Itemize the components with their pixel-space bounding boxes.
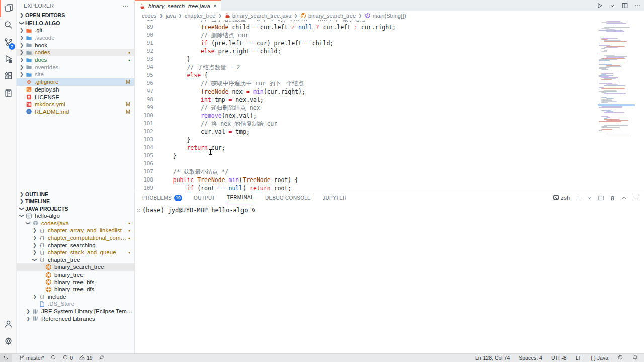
chevron-down-icon[interactable]: ❯ bbox=[19, 212, 24, 219]
file-overrides[interactable]: ❯overrides bbox=[17, 63, 134, 71]
jp-include[interactable]: ❯{}include bbox=[17, 293, 134, 301]
file-mkdocs-yml[interactable]: mkdocs.ymlM bbox=[17, 101, 134, 108]
timeline-section[interactable]: ❯ TIMELINE bbox=[17, 198, 134, 205]
activity-item-extensions[interactable] bbox=[0, 68, 17, 85]
jp-hello-algo[interactable]: ❯hello-algo bbox=[17, 212, 134, 220]
file-license[interactable]: LICENSE bbox=[17, 93, 134, 101]
breadcrumb-item-0[interactable]: codes bbox=[142, 13, 156, 19]
outline-section[interactable]: ❯ OUTLINE bbox=[17, 190, 134, 198]
chevron-right-icon[interactable]: ❯ bbox=[31, 228, 38, 233]
breadcrumb-item-5[interactable]: main(String[]) bbox=[365, 13, 406, 19]
status-sync[interactable] bbox=[48, 354, 59, 362]
activity-item-run-and-debug[interactable] bbox=[0, 51, 17, 68]
file--git[interactable]: ❯.git bbox=[17, 27, 134, 34]
panel-tab-problems[interactable]: PROBLEMS19 bbox=[142, 192, 182, 203]
status-branch[interactable]: master* bbox=[16, 354, 47, 362]
file-book[interactable]: ❯book bbox=[17, 41, 134, 49]
breadcrumb-item-2[interactable]: chapter_tree bbox=[185, 13, 216, 19]
jp-chapter-computational-complexity[interactable]: ❯{}chapter_computational_complexity● bbox=[17, 234, 134, 242]
jp-chapter-array-and-linkedlist[interactable]: ❯{}chapter_array_and_linkedlist● bbox=[17, 227, 134, 234]
open-editors-section[interactable]: ❯ OPEN EDITORS bbox=[17, 11, 134, 19]
close-icon[interactable]: × bbox=[213, 3, 217, 9]
new-terminal-icon[interactable] bbox=[575, 195, 581, 201]
file--gitignore[interactable]: .gitignoreM bbox=[17, 78, 134, 86]
breadcrumb-item-4[interactable]: binary_search_tree bbox=[300, 13, 356, 19]
status-language-mode[interactable]: { } Java bbox=[588, 354, 611, 362]
terminal[interactable]: (base) jyd@JYD-MBP hello-algo % bbox=[135, 206, 644, 353]
jp-binary-tree[interactable]: binary_tree bbox=[17, 271, 134, 279]
status-java-status[interactable] bbox=[96, 354, 107, 362]
chevron-right-icon[interactable]: ❯ bbox=[31, 243, 38, 248]
status-feedback[interactable] bbox=[615, 354, 626, 362]
kill-terminal-icon[interactable] bbox=[609, 195, 616, 201]
terminal-dropdown-icon[interactable] bbox=[586, 195, 593, 201]
run-icon[interactable] bbox=[596, 2, 603, 9]
jp-binary-search-tree[interactable]: binary_search_tree bbox=[17, 263, 134, 271]
file-codes[interactable]: ❯codes● bbox=[17, 49, 134, 56]
panel-tab-terminal[interactable]: TERMINAL bbox=[227, 192, 254, 203]
maximize-panel-icon[interactable] bbox=[621, 195, 627, 201]
chevron-right-icon[interactable]: ❯ bbox=[31, 250, 38, 255]
terminal-shell-select[interactable]: zsh bbox=[553, 194, 570, 202]
jp-chapter-searching[interactable]: ❯{}chapter_searching bbox=[17, 241, 134, 249]
jp-binary-tree-dfs[interactable]: binary_tree_dfs bbox=[17, 286, 134, 293]
java-projects-section[interactable]: ❯ JAVA PROJECTS bbox=[17, 205, 134, 212]
status-errors[interactable]: 0 bbox=[60, 354, 75, 362]
chevron-down-icon[interactable]: ❯ bbox=[26, 220, 31, 227]
file-readme-md[interactable]: README.mdM bbox=[17, 108, 134, 116]
more-actions-icon[interactable] bbox=[634, 2, 641, 9]
code-token: null bbox=[298, 24, 312, 31]
jp-referenced-libraries[interactable]: ❯Referenced Libraries bbox=[17, 315, 134, 322]
workspace-root-section[interactable]: ❯ HELLO-ALGO bbox=[17, 19, 134, 27]
remote-indicator[interactable] bbox=[0, 354, 12, 362]
jp-jre-system-library-eclipse-temurin-17-17-[interactable]: ❯JRE System Library [Eclipse Temurin 17 … bbox=[17, 308, 134, 315]
activity-item-explorer[interactable] bbox=[0, 0, 17, 17]
status-warnings[interactable]: 19 bbox=[76, 354, 95, 362]
minimap[interactable] bbox=[598, 20, 635, 192]
breadcrumb-item-1[interactable]: java bbox=[166, 13, 176, 19]
chevron-right-icon[interactable]: ❯ bbox=[25, 309, 32, 314]
chevron-right-icon[interactable]: ❯ bbox=[18, 50, 25, 55]
jp-chapter-tree[interactable]: ❯{}chapter_tree bbox=[17, 256, 134, 264]
breadcrumb-item-3[interactable]: binary_search_tree.java bbox=[224, 13, 291, 19]
activity-item-accounts[interactable] bbox=[0, 316, 17, 333]
activity-item-notebook[interactable] bbox=[0, 85, 17, 103]
jp-chapter-stack-and-queue[interactable]: ❯{}chapter_stack_and_queue● bbox=[17, 249, 134, 256]
jp-codes-java[interactable]: ❯codes/java● bbox=[17, 220, 134, 227]
status-eol[interactable]: LF bbox=[573, 354, 584, 362]
file-site[interactable]: ❯site bbox=[17, 71, 134, 78]
chevron-right-icon[interactable]: ❯ bbox=[31, 294, 38, 299]
chevron-right-icon[interactable]: ❯ bbox=[18, 72, 25, 77]
chevron-right-icon[interactable]: ❯ bbox=[18, 35, 25, 40]
status-indentation[interactable]: Spaces: 4 bbox=[516, 354, 545, 362]
close-panel-icon[interactable] bbox=[632, 195, 639, 201]
activity-item-source-control[interactable]: 7 bbox=[0, 34, 17, 51]
explorer-more-icon[interactable]: ⋯ bbox=[122, 2, 129, 10]
jp-binary-tree-bfs[interactable]: binary_tree_bfs bbox=[17, 278, 134, 286]
code-area[interactable]: 88 // 当子结点数量 = 0 / 1 时, child = null / 该… bbox=[135, 20, 644, 192]
chevron-right-icon[interactable]: ❯ bbox=[18, 28, 25, 33]
panel-tab-output[interactable]: OUTPUT bbox=[194, 192, 215, 203]
panel-tab-jupyter[interactable]: JUPYTER bbox=[323, 192, 347, 203]
status-encoding[interactable]: UTF-8 bbox=[549, 354, 569, 362]
panel-tab-label: PROBLEMS bbox=[142, 195, 172, 201]
jp--ds-store[interactable]: .DS_Store bbox=[17, 300, 134, 308]
status-cursor-position[interactable]: Ln 128, Col 74 bbox=[473, 354, 512, 362]
chevron-right-icon[interactable]: ❯ bbox=[18, 43, 25, 48]
chevron-right-icon[interactable]: ❯ bbox=[18, 65, 25, 70]
file--vscode[interactable]: ❯.vscode bbox=[17, 34, 134, 42]
activity-item-settings[interactable] bbox=[0, 333, 17, 350]
chevron-down-icon[interactable]: ❯ bbox=[32, 256, 37, 263]
chevron-right-icon[interactable]: ❯ bbox=[18, 57, 25, 62]
split-terminal-icon[interactable] bbox=[598, 195, 604, 201]
run-dropdown-icon[interactable] bbox=[609, 2, 616, 9]
split-editor-icon[interactable] bbox=[621, 2, 628, 9]
panel-tab-debug-console[interactable]: DEBUG CONSOLE bbox=[265, 192, 311, 203]
file-deploy-sh[interactable]: deploy.sh bbox=[17, 86, 134, 94]
tab-binary-search-tree[interactable]: binary_search_tree.java × bbox=[135, 0, 221, 11]
file-docs[interactable]: ❯docs● bbox=[17, 56, 134, 64]
status-notifications[interactable] bbox=[630, 354, 641, 362]
activity-item-search[interactable] bbox=[0, 17, 17, 34]
chevron-right-icon[interactable]: ❯ bbox=[25, 316, 32, 321]
chevron-right-icon[interactable]: ❯ bbox=[31, 235, 38, 240]
